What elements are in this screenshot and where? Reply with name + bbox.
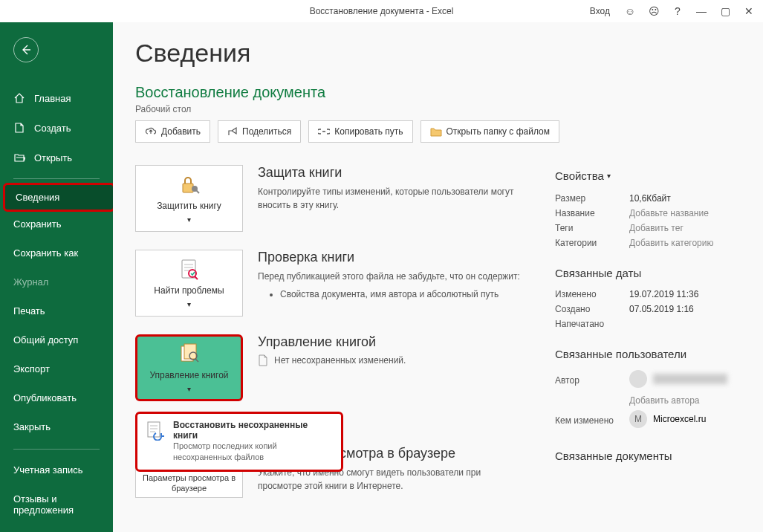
versions-icon — [177, 342, 202, 367]
chevron-down-icon: ▾ — [187, 384, 191, 394]
sidebar-label: Учетная запись — [13, 464, 83, 476]
avatar-icon — [629, 370, 647, 388]
titlebar: Восстановление документа - Excel Вход ☺ … — [0, 0, 763, 22]
document-path: Рабочий стол — [135, 104, 741, 114]
sidebar-item-close[interactable]: Закрыть — [0, 412, 113, 441]
sidebar-label: Экспорт — [13, 363, 50, 374]
recover-unsaved-menu-item[interactable]: Восстановить несохраненные книги Просмот… — [135, 412, 343, 472]
inspect-desc: Перед публикацией этого файла не забудьт… — [258, 270, 525, 301]
sidebar-item-share[interactable]: Общий доступ — [0, 325, 113, 354]
help-icon[interactable]: ? — [666, 0, 689, 22]
sidebar-label: Сохранить — [13, 218, 62, 230]
sidebar-item-open[interactable]: Открыть — [0, 143, 113, 172]
sidebar-item-account[interactable]: Учетная запись — [0, 455, 113, 484]
link-icon — [318, 127, 330, 136]
back-button[interactable] — [13, 37, 39, 62]
open-folder-button[interactable]: Открыть папку с файлом — [421, 120, 560, 143]
copy-path-button[interactable]: Копировать путь — [308, 120, 412, 143]
sidebar-label: Сведения — [16, 192, 59, 203]
inspect-section: Найти проблемы ▾ Проверка книги Перед пу… — [135, 250, 525, 317]
manage-workbook-button[interactable]: Управление книгой ▾ — [135, 334, 243, 401]
lock-icon — [177, 172, 202, 198]
prop-categories-input[interactable]: Добавить категорию — [629, 238, 714, 248]
sidebar-label: Опубликовать — [13, 392, 77, 403]
svg-rect-5 — [184, 344, 196, 359]
sidebar-item-publish[interactable]: Опубликовать — [0, 383, 113, 412]
new-icon — [13, 122, 25, 134]
close-button[interactable]: ✕ — [738, 0, 760, 22]
manage-heading: Управление книгой — [258, 334, 525, 350]
protect-heading: Защита книги — [258, 165, 525, 181]
home-icon — [13, 92, 25, 104]
signin-button[interactable]: Вход — [582, 0, 617, 22]
protect-workbook-button[interactable]: Защитить книгу ▾ — [135, 165, 243, 232]
sidebar-label: Сохранить как — [13, 247, 78, 259]
prop-title-input[interactable]: Добавьте название — [629, 208, 709, 218]
share-icon — [227, 126, 238, 137]
recover-desc: Просмотр последних копий несохраненных ф… — [173, 441, 334, 464]
sidebar-label: Общий доступ — [13, 334, 78, 346]
inspect-heading: Проверка книги — [258, 250, 525, 265]
prop-tags-input[interactable]: Добавить тег — [629, 223, 684, 233]
open-icon — [13, 152, 25, 163]
share-button[interactable]: Поделиться — [218, 120, 301, 143]
inspect-icon — [177, 257, 202, 282]
cloud-upload-icon — [145, 126, 157, 137]
backstage-sidebar: Главная Создать Открыть Сведения Сохрани… — [0, 22, 113, 532]
prop-modified: 19.07.2019 11:36 — [629, 289, 698, 299]
sidebar-item-new[interactable]: Создать — [0, 113, 113, 143]
manage-desc: Нет несохраненных изменений. — [258, 354, 525, 366]
prop-created: 07.05.2019 1:16 — [629, 304, 694, 314]
face-happy-icon[interactable]: ☺ — [619, 0, 641, 22]
svg-rect-0 — [183, 184, 193, 192]
related-people-heading: Связанные пользователи — [555, 348, 741, 360]
properties-heading[interactable]: Свойства ▾ — [555, 169, 611, 182]
sidebar-item-save[interactable]: Сохранить — [0, 210, 113, 239]
prop-author — [629, 370, 727, 388]
protect-desc: Контролируйте типы изменений, которые по… — [258, 185, 525, 212]
sidebar-label: Журнал — [13, 276, 48, 288]
upload-button[interactable]: Добавить — [135, 120, 210, 143]
sidebar-item-home[interactable]: Главная — [0, 83, 113, 113]
page-title: Сведения — [135, 39, 741, 68]
folder-icon — [430, 127, 442, 137]
minimize-button[interactable]: — — [690, 0, 712, 22]
related-dates-heading: Связанные даты — [555, 267, 741, 279]
inspect-workbook-button[interactable]: Найти проблемы ▾ — [135, 250, 243, 317]
sidebar-item-export[interactable]: Экспорт — [0, 354, 113, 383]
chevron-down-icon: ▾ — [607, 172, 611, 180]
face-sad-icon[interactable]: ☹ — [643, 0, 665, 22]
avatar-icon: M — [629, 410, 647, 428]
sidebar-label: Открыть — [34, 152, 72, 163]
properties-panel: Свойства ▾ Размер10,6Кбайт НазваниеДобав… — [555, 165, 741, 516]
maximize-button[interactable]: ▢ — [714, 0, 736, 22]
sidebar-label: Печать — [13, 305, 45, 317]
chevron-down-icon: ▾ — [187, 215, 191, 224]
sidebar-item-feedback[interactable]: Отзывы и предложения — [0, 484, 113, 525]
sidebar-item-info[interactable]: Сведения — [3, 183, 115, 212]
sidebar-label: Создать — [34, 123, 71, 134]
doc-icon — [258, 354, 268, 366]
add-author-input[interactable]: Добавить автора — [629, 395, 700, 406]
arrow-left-icon — [20, 44, 32, 56]
sidebar-item-history: Журнал — [0, 267, 113, 296]
prop-lastmodified-by: MMicroexcel.ru — [629, 410, 706, 428]
recover-icon — [145, 420, 166, 441]
manage-section: Управление книгой ▾ Управление книгой Не… — [135, 334, 525, 401]
document-name: Восстановление документа — [135, 84, 741, 101]
content-area: Сведения Восстановление документа Рабочи… — [113, 22, 763, 532]
protect-section: Защитить книгу ▾ Защита книги Контролиру… — [135, 165, 525, 232]
sidebar-label: Отзывы и предложения — [13, 493, 100, 516]
sidebar-label: Главная — [34, 93, 71, 104]
prop-size: 10,6Кбайт — [629, 193, 671, 204]
sidebar-item-print[interactable]: Печать — [0, 296, 113, 325]
recover-title: Восстановить несохраненные книги — [173, 420, 334, 441]
chevron-down-icon: ▾ — [187, 299, 191, 309]
related-documents-heading: Связанные документы — [555, 450, 741, 462]
doc-toolbar: Добавить Поделиться Копировать путь Откр… — [135, 120, 741, 143]
sidebar-label: Закрыть — [13, 421, 51, 432]
sidebar-item-saveas[interactable]: Сохранить как — [0, 239, 113, 267]
